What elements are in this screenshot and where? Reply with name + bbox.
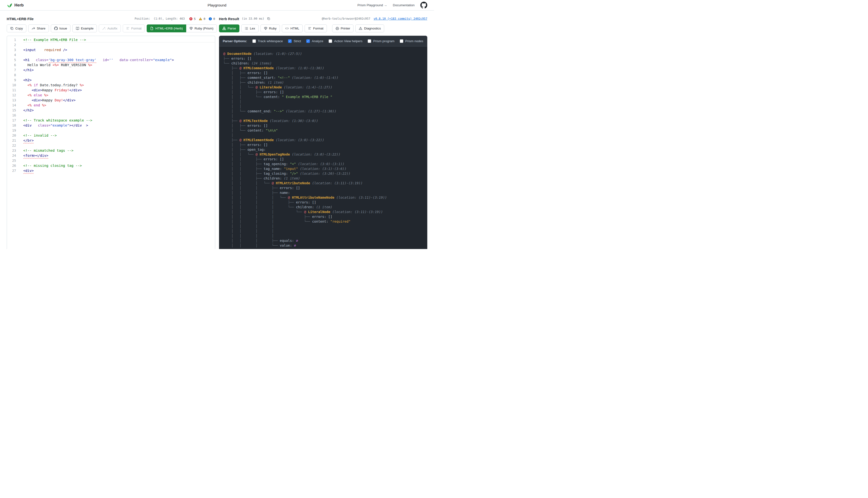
code-line[interactable]: <!-- mismatched tags --> bbox=[23, 148, 215, 153]
tree-line: │ │ ├── tag_name: "input" (location: (3:… bbox=[223, 166, 423, 171]
share-button[interactable]: Share bbox=[28, 24, 49, 32]
line-number: 12 bbox=[7, 93, 20, 98]
ast-tree: @ DocumentNode (location: (1:0)-(27:5))├… bbox=[219, 47, 428, 249]
nav-link-documentation[interactable]: Documentation bbox=[393, 3, 415, 7]
copy-button[interactable]: Copy bbox=[7, 24, 26, 32]
code-line[interactable]: <!-- Example HTML+ERB File --> bbox=[23, 37, 215, 42]
main: HTML+ERB File Position: (1:0), Length: 4… bbox=[0, 11, 434, 249]
tree-line: │ ├── open_tag: bbox=[223, 147, 423, 152]
code-line[interactable]: </h2> bbox=[23, 108, 215, 113]
result-timing: (in 33.00 ms) bbox=[242, 17, 264, 21]
code-line[interactable]: <div>Happy Friday!</div> bbox=[23, 88, 215, 93]
code-line[interactable]: <input required /> bbox=[23, 48, 215, 52]
code-line[interactable]: </h1> bbox=[23, 68, 215, 73]
code-line[interactable]: <% else %> bbox=[23, 93, 215, 98]
example-button[interactable]: Example bbox=[73, 24, 97, 32]
info-icon bbox=[209, 17, 212, 21]
parser-option-action-view-helpers[interactable]: Action View helpers bbox=[329, 39, 362, 43]
tab-ruby-prism[interactable]: Ruby (Prism) bbox=[186, 24, 217, 32]
code-icon bbox=[285, 27, 289, 30]
code-line[interactable]: <!-- Track whitespace example --> bbox=[23, 118, 215, 123]
html-button[interactable]: HTML bbox=[282, 24, 303, 32]
checkbox-action-view-helpers[interactable] bbox=[329, 39, 332, 43]
line-number: 11 bbox=[7, 88, 20, 93]
warning-count: 0 bbox=[203, 17, 206, 21]
checkbox-prism-nodes[interactable] bbox=[400, 39, 403, 43]
error-badge: 5 bbox=[189, 17, 196, 21]
parser-option-prism-nodes[interactable]: Prism nodes bbox=[400, 39, 423, 43]
code-line[interactable]: </br> bbox=[23, 138, 215, 143]
nav-link-prism-playground[interactable]: Prism Playground → bbox=[357, 3, 387, 7]
parser-option-strict[interactable]: Strict bbox=[288, 39, 301, 43]
tree-line: │ └── content: "\n\n" bbox=[223, 128, 423, 133]
tree-line: │ │ │ ├── equals: ∅ bbox=[223, 238, 423, 243]
copy-result-button[interactable] bbox=[267, 17, 270, 21]
warning-icon bbox=[199, 17, 202, 21]
checkbox-analyze[interactable] bbox=[306, 39, 310, 43]
tree-line: │ │ └── @ HTMLOpenTagNode (location: (3:… bbox=[223, 152, 423, 157]
code-line[interactable]: <!-- missing closing tag --> bbox=[23, 163, 215, 168]
line-number: 3 bbox=[7, 48, 20, 52]
tree-line: │ │ bbox=[223, 104, 423, 109]
editor[interactable]: 1234567891011121314151617181920212223242… bbox=[7, 36, 215, 249]
tree-line: │ ├── comment_start: "<!--" (location: (… bbox=[223, 75, 423, 80]
code-line[interactable]: <% if Date.today.friday? %> bbox=[23, 83, 215, 88]
line-number: 10 bbox=[7, 83, 20, 88]
code-line[interactable] bbox=[23, 42, 215, 48]
checkbox-strict[interactable] bbox=[288, 39, 292, 43]
code-line[interactable] bbox=[23, 143, 215, 148]
code-line[interactable] bbox=[23, 128, 215, 133]
code-line[interactable]: <div class="example"></div > bbox=[23, 123, 215, 128]
version-link[interactable]: v0.8.10 (+183 commits) 2402c957 bbox=[373, 17, 427, 21]
tree-line: │ │ │ │ └── @ HTMLAttributeNameNode (loc… bbox=[223, 195, 423, 200]
parser-option-analyze[interactable]: Analyze bbox=[306, 39, 323, 43]
code-line[interactable] bbox=[23, 52, 215, 57]
code-line[interactable] bbox=[23, 113, 215, 118]
tree-line: │ │ bbox=[223, 99, 423, 104]
parse-button[interactable]: Parse bbox=[219, 24, 239, 32]
tree-line: │ │ │ │ bbox=[223, 224, 423, 228]
code-line[interactable]: <form></div> bbox=[23, 153, 215, 158]
code-line[interactable]: <h2> bbox=[23, 78, 215, 83]
github-link[interactable] bbox=[420, 2, 427, 9]
code-line[interactable]: <% end %> bbox=[23, 103, 215, 108]
code-line[interactable] bbox=[23, 73, 215, 78]
tree-line: │ │ ├── children: (1 item) bbox=[223, 176, 423, 181]
checkbox-track-whitespace[interactable] bbox=[252, 39, 256, 43]
line-number: 24 bbox=[7, 153, 20, 158]
ruby-button[interactable]: Ruby bbox=[261, 24, 280, 32]
issue-button[interactable]: Issue bbox=[51, 24, 70, 32]
tree-line: │ │ ├── errors: [] bbox=[223, 157, 423, 161]
editor-toolbar: CopyShareIssueExampleAutofixFormatHTML+E… bbox=[7, 24, 215, 32]
code-line[interactable]: <div> bbox=[23, 168, 215, 173]
code-line[interactable]: <!-- invalid --> bbox=[23, 133, 215, 138]
editor-header: HTML+ERB File Position: (1:0), Length: 4… bbox=[7, 16, 215, 21]
tree-line: │ ├── errors: [] bbox=[223, 142, 423, 147]
file-icon bbox=[150, 27, 154, 30]
code-line[interactable]: <h1 class='bg-gray-300 text-gray' id='' … bbox=[23, 57, 215, 63]
tree-line: ├── errors: [] bbox=[223, 56, 423, 61]
tree-line: │ │ ├── errors: [] bbox=[223, 90, 423, 94]
warning-outline-icon bbox=[359, 27, 362, 30]
code-area[interactable]: <!-- Example HTML+ERB File --> <input re… bbox=[20, 36, 215, 249]
editor-tabs: HTML+ERB (Herb)Ruby (Prism) bbox=[147, 24, 216, 32]
tab-html-erb-herb[interactable]: HTML+ERB (Herb) bbox=[147, 24, 186, 32]
github-icon bbox=[420, 2, 427, 9]
checkbox-prism-program[interactable] bbox=[368, 39, 371, 43]
line-number: 14 bbox=[7, 103, 20, 108]
lex-button[interactable]: Lex bbox=[241, 24, 259, 32]
code-line[interactable]: <div>Happy Day!</div> bbox=[23, 98, 215, 103]
diagnostics-button[interactable]: Diagnostics bbox=[355, 24, 384, 32]
herb-leaf-icon bbox=[7, 2, 12, 8]
lex-icon bbox=[245, 27, 248, 30]
printer-button[interactable]: Printer bbox=[332, 24, 354, 32]
book-icon bbox=[76, 27, 79, 30]
code-line[interactable]: Hello World <%= RUBY_VERSION %> bbox=[23, 63, 215, 68]
tree-line: │ │ └── content: " Example HTML+ERB File… bbox=[223, 94, 423, 99]
parser-option-track-whitespace[interactable]: Track whitespace bbox=[252, 39, 283, 43]
parser-option-prism-program[interactable]: Prism program bbox=[368, 39, 394, 43]
code-line[interactable] bbox=[23, 158, 215, 163]
error-count: 5 bbox=[194, 17, 196, 21]
format-button[interactable]: Format bbox=[305, 24, 327, 32]
line-number: 9 bbox=[7, 78, 20, 83]
